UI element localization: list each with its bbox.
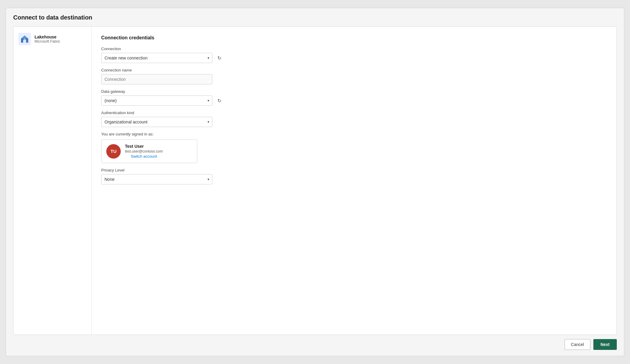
connection-name-input[interactable]	[101, 74, 212, 84]
dialog-title: Connect to data destination	[13, 14, 617, 21]
dialog-body: Lakehouse Microsoft Fabric Connection cr…	[13, 26, 617, 335]
data-gateway-field-row: (none) ▾ ↻	[101, 96, 607, 106]
privacy-level-select[interactable]: None	[101, 174, 212, 184]
auth-kind-field-group: Authentication kind Organizational accou…	[101, 111, 607, 127]
data-gateway-select[interactable]: (none)	[101, 96, 212, 106]
next-button[interactable]: Next	[593, 339, 617, 350]
svg-rect-3	[24, 39, 26, 40]
connection-refresh-button[interactable]: ↻	[215, 53, 224, 62]
sidebar-text: Lakehouse Microsoft Fabric	[35, 35, 60, 44]
switch-account-button[interactable]: Switch account	[125, 154, 163, 159]
privacy-level-field-group: Privacy Level None ▾	[101, 168, 607, 184]
connection-select-wrapper: Create new connection ▾	[101, 53, 212, 63]
connection-name-field-group: Connection name	[101, 68, 607, 84]
auth-kind-select-wrapper: Organizational account ▾	[101, 117, 212, 127]
connection-label: Connection	[101, 47, 607, 51]
sidebar-lakehouse-name: Lakehouse	[35, 35, 60, 39]
svg-rect-2	[23, 40, 26, 43]
connection-select[interactable]: Create new connection	[101, 53, 212, 63]
user-name: Test User	[125, 144, 163, 149]
privacy-level-select-wrapper: None ▾	[101, 174, 212, 184]
cancel-button[interactable]: Cancel	[565, 339, 590, 350]
avatar: TU	[106, 144, 121, 159]
data-gateway-select-wrapper: (none) ▾	[101, 96, 212, 106]
auth-kind-select[interactable]: Organizational account	[101, 117, 212, 127]
dialog-wrapper: Connect to data destination Lakehouse Mi…	[6, 8, 624, 356]
connection-field-row: Create new connection ▾ ↻	[101, 53, 607, 63]
lakehouse-icon	[18, 33, 31, 45]
user-email: test.user@contoso.com	[125, 149, 163, 153]
signed-in-label: You are currently signed in as:	[101, 132, 607, 136]
lakehouse-svg-icon	[20, 35, 29, 43]
sidebar-lakehouse-sub: Microsoft Fabric	[35, 39, 60, 44]
refresh-icon: ↻	[217, 55, 221, 61]
data-gateway-field-group: Data gateway (none) ▾ ↻	[101, 89, 607, 106]
svg-marker-1	[21, 35, 28, 38]
signed-in-group: You are currently signed in as: TU Test …	[101, 132, 607, 163]
main-content: Connection credentials Connection Create…	[92, 27, 616, 335]
refresh-icon-gateway: ↻	[217, 98, 221, 104]
sidebar-item-lakehouse: Lakehouse Microsoft Fabric	[18, 33, 86, 45]
data-gateway-refresh-button[interactable]: ↻	[215, 96, 224, 105]
connection-field-group: Connection Create new connection ▾ ↻	[101, 47, 607, 63]
sidebar: Lakehouse Microsoft Fabric	[14, 27, 92, 335]
user-info: Test User test.user@contoso.com Switch a…	[125, 144, 163, 159]
dialog-footer: Cancel Next	[13, 335, 617, 350]
connection-name-label: Connection name	[101, 68, 607, 72]
privacy-level-label: Privacy Level	[101, 168, 607, 172]
credentials-section-title: Connection credentials	[101, 35, 607, 41]
user-card: TU Test User test.user@contoso.com Switc…	[101, 139, 197, 163]
data-gateway-label: Data gateway	[101, 89, 607, 94]
auth-kind-label: Authentication kind	[101, 111, 607, 115]
